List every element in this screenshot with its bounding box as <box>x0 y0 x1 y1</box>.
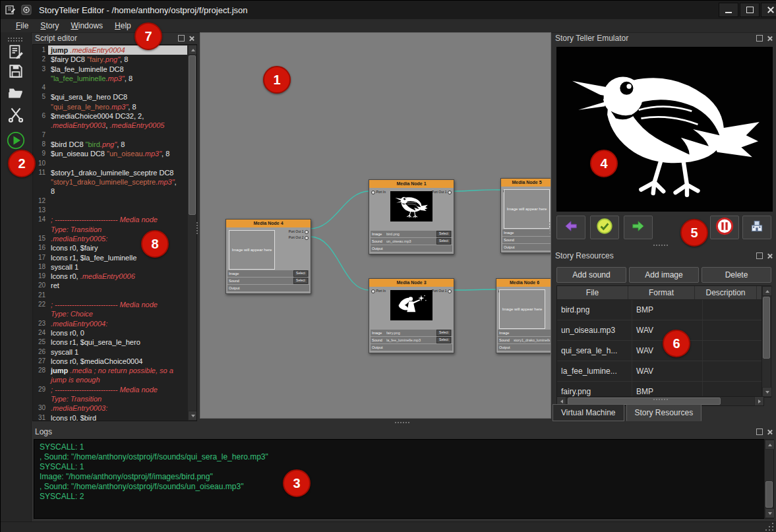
tab-virtual-machine[interactable]: Virtual Machine <box>552 404 624 421</box>
code-line[interactable]: 21 <box>33 291 188 300</box>
new-script-button[interactable] <box>5 42 26 62</box>
float-icon[interactable] <box>756 252 763 259</box>
code-line[interactable]: 9$un_oiseau DC8 "un_oiseau.mp3", 8 <box>33 149 188 158</box>
next-button[interactable] <box>624 216 653 239</box>
float-icon[interactable] <box>178 35 185 42</box>
script-editor[interactable]: 1jump .mediaEntry00042$fairy DC8 "fairy.… <box>32 44 197 421</box>
select-button[interactable]: Select <box>293 278 308 284</box>
menu-file[interactable]: File <box>10 21 34 30</box>
code-line[interactable]: Type: Transition <box>33 225 188 234</box>
graph-node[interactable]: Media Node 6 Port InImage will appear he… <box>496 278 551 353</box>
close-button[interactable] <box>761 3 776 17</box>
close-icon[interactable] <box>767 429 773 435</box>
code-line[interactable]: 11$story1_drako_luminelle_sceptre DC8 <box>33 168 188 177</box>
save-button[interactable] <box>5 61 26 81</box>
cut-button[interactable] <box>5 104 26 124</box>
float-icon[interactable] <box>756 429 763 435</box>
code-line[interactable]: 28jump .media ; no return possible, so a <box>33 366 188 375</box>
code-line[interactable]: 6$mediaChoice0004 DC32, 2, <box>33 111 188 121</box>
resources-table-scrollbar[interactable] <box>761 285 771 398</box>
port-in[interactable]: Port In <box>371 190 386 194</box>
arrow-down-icon[interactable] <box>765 508 775 518</box>
code-line[interactable]: 17lcons r1, $la_fee_luminelle <box>33 253 188 262</box>
back-button[interactable] <box>556 216 585 239</box>
delete-button[interactable]: Delete <box>701 267 771 283</box>
code-line[interactable]: 4 <box>33 83 188 92</box>
arrow-down-icon[interactable] <box>762 387 772 397</box>
column-header[interactable]: Format <box>628 286 695 299</box>
select-button[interactable]: Select <box>436 330 451 336</box>
arrow-up-icon[interactable] <box>188 45 197 55</box>
arrow-up-icon[interactable] <box>765 440 775 450</box>
code-line[interactable]: 27lcons r0, $mediaChoice0004 <box>33 357 188 366</box>
select-button[interactable]: Select <box>293 270 308 277</box>
select-button[interactable]: Select <box>436 231 451 237</box>
select-button[interactable]: Select <box>436 238 451 245</box>
code-line[interactable]: 8 <box>33 187 188 196</box>
graph-node[interactable]: Media Node 1 Port InPort Out 1 Imagebird… <box>369 179 454 254</box>
column-header[interactable]: Description <box>695 286 757 299</box>
graph-node[interactable]: Media Node 4Port Out 1 Port Out 2 Image … <box>225 219 311 294</box>
graph-node[interactable]: Media Node 3 Port InPort Out 1 Imagefair… <box>369 278 454 353</box>
arrow-up-icon[interactable] <box>762 286 772 296</box>
code-line[interactable]: .mediaEntry0003, .mediaEntry0005 <box>33 121 188 130</box>
code-line[interactable]: 29; -------------------------- Media nod… <box>33 385 188 394</box>
code-line[interactable]: 24lcons r0, 0 <box>33 328 188 338</box>
toolbar-handle[interactable] <box>8 38 9 39</box>
splitter-handle[interactable] <box>196 222 198 223</box>
code-line[interactable]: 12 <box>33 196 188 206</box>
menu-story[interactable]: Story <box>34 21 65 30</box>
splitter-handle[interactable] <box>395 422 396 423</box>
port-out[interactable]: Port Out 2 <box>289 235 309 240</box>
graph-node[interactable]: Media Node 5 Port InImage will appear he… <box>500 178 551 253</box>
resize-grip-icon[interactable] <box>772 529 773 531</box>
code-line[interactable]: 23.mediaEntry0004: <box>33 319 188 328</box>
scrollbar-thumb[interactable] <box>765 481 773 508</box>
code-line[interactable]: "qui_sera_le_hero.mp3", 8 <box>33 102 188 111</box>
code-line[interactable]: 5$qui_sera_le_hero DC8 <box>33 92 188 102</box>
resources-splitter-handle[interactable] <box>653 399 655 400</box>
code-line[interactable]: Type: Choice <box>33 309 188 318</box>
code-line[interactable]: 22; -------------------------- Media nod… <box>33 300 188 309</box>
code-line[interactable]: 18syscall 1 <box>33 262 188 272</box>
toolbar-handle[interactable] <box>8 40 9 42</box>
code-line[interactable]: 10 <box>33 159 188 168</box>
menu-windows[interactable]: Windows <box>65 21 109 30</box>
table-row[interactable]: fairy.pngBMP <box>557 382 771 398</box>
table-row[interactable]: bird.pngBMP <box>557 300 771 320</box>
script-editor-scrollbar[interactable] <box>187 45 196 421</box>
code-line[interactable]: 25lcons r1, $qui_sera_le_hero <box>33 338 188 347</box>
code-line[interactable]: 2$fairy DC8 "fairy.png", 8 <box>33 55 188 64</box>
code-line[interactable]: 14; -------------------------- Media nod… <box>33 215 188 224</box>
maximize-button[interactable] <box>740 3 760 17</box>
run-button[interactable] <box>5 131 26 150</box>
code-line[interactable]: 19lcons r0, .mediaEntry0006 <box>33 272 188 281</box>
close-icon[interactable] <box>767 36 773 42</box>
logs-output[interactable]: SYSCALL: 1, Sound: "/home/anthony/ostpro… <box>34 439 765 519</box>
port-out[interactable]: Port Out 1 <box>289 229 309 234</box>
code-line[interactable]: "story1_drako_luminelle_sceptre.mp3", <box>33 177 188 187</box>
code-line[interactable]: 8$bird DC8 "bird.png", 8 <box>33 140 188 149</box>
code-line[interactable]: 1jump .mediaEntry0004 <box>33 45 188 55</box>
add-sound-button[interactable]: Add sound <box>556 267 626 283</box>
column-header[interactable]: File <box>557 286 628 299</box>
code-line[interactable]: "la_fee_luminelle.mp3", 8 <box>33 74 188 83</box>
menu-help[interactable]: Help <box>109 21 137 30</box>
select-button[interactable]: Select <box>436 337 451 343</box>
tab-story-resources[interactable]: Story Resources <box>626 404 702 421</box>
logs-scrollbar[interactable] <box>764 439 774 519</box>
minimize-button[interactable] <box>719 3 738 17</box>
pause-button[interactable] <box>710 216 739 239</box>
code-line[interactable]: 13 <box>33 206 188 215</box>
ok-button[interactable] <box>590 216 619 239</box>
code-line[interactable]: 30.mediaEntry0003: <box>33 403 188 413</box>
scrollbar-thumb[interactable] <box>189 55 196 215</box>
port-in[interactable]: Port In <box>371 289 386 293</box>
code-line[interactable]: 20ret <box>33 281 188 290</box>
port-out[interactable]: Port Out 1 <box>432 190 452 194</box>
arrow-right-icon[interactable] <box>754 397 763 405</box>
node-graph[interactable]: Media Node 4Port Out 1 Port Out 2 Image … <box>200 32 551 419</box>
splitter-handle[interactable] <box>549 222 551 223</box>
close-icon[interactable] <box>767 253 773 259</box>
scrollbar-thumb[interactable] <box>763 297 770 359</box>
